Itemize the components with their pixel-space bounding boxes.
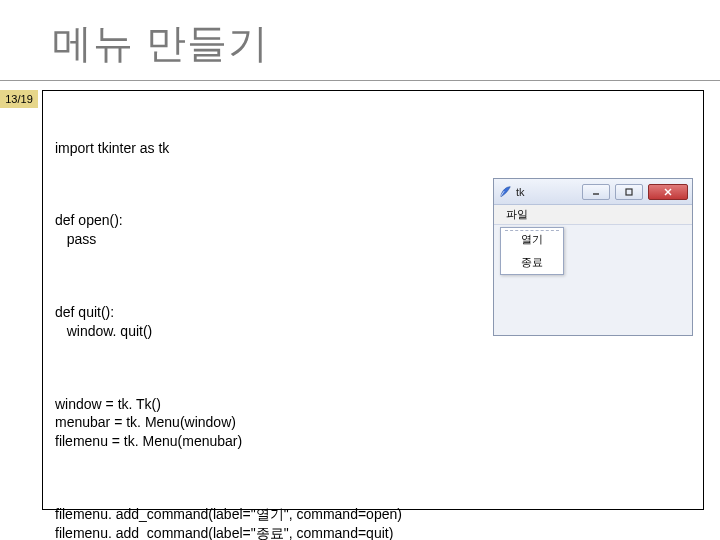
feather-icon	[498, 185, 512, 199]
tk-window-title: tk	[516, 186, 525, 198]
code-line: filemenu. add_command(label="열기", comman…	[55, 505, 691, 540]
close-button[interactable]	[648, 184, 688, 200]
minimize-button[interactable]	[582, 184, 610, 200]
maximize-button[interactable]	[615, 184, 643, 200]
title-rule	[0, 80, 720, 81]
page-number-badge: 13/19	[0, 90, 38, 108]
menu-quit[interactable]: 종료	[501, 251, 563, 274]
slide-title: 메뉴 만들기	[52, 16, 269, 71]
menu-file[interactable]: 파일	[500, 206, 534, 223]
code-line: window = tk. Tk() menubar = tk. Menu(win…	[55, 395, 691, 452]
tk-menubar: 파일	[494, 205, 692, 225]
tk-window: tk 파일 열기 종료	[493, 178, 693, 336]
code-line: import tkinter as tk	[55, 139, 691, 158]
tk-titlebar: tk	[494, 179, 692, 205]
svg-rect-1	[626, 189, 632, 195]
menu-open[interactable]: 열기	[501, 228, 563, 251]
file-dropdown: 열기 종료	[500, 227, 564, 275]
tk-body: 열기 종료	[494, 225, 692, 335]
